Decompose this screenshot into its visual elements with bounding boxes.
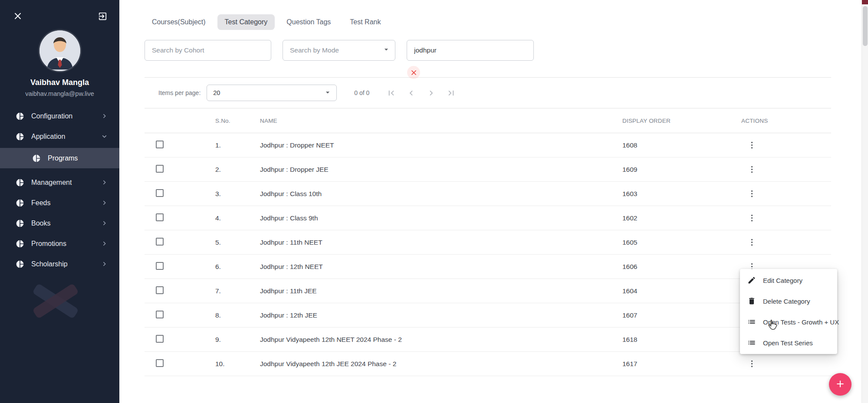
menu-item-open-tests-growth-ux[interactable]: Open Tests - Growth + UX <box>740 311 837 332</box>
chevron-down-icon <box>101 133 108 140</box>
row-display-order: 1604 <box>622 287 741 295</box>
row-checkbox[interactable] <box>156 165 164 173</box>
pie-chart-icon <box>16 199 24 207</box>
row-display-order: 1603 <box>622 190 741 198</box>
table-row: 3. Jodhpur : Class 10th 1603 <box>145 182 831 206</box>
row-name: Jodhpur Vidyapeeth 12th NEET 2024 Phase … <box>260 336 622 344</box>
sidebar-item-programs[interactable]: Programs <box>0 148 119 168</box>
sidebar-item-label: Scholarship <box>31 260 68 268</box>
items-per-page-value: 20 <box>213 89 220 96</box>
row-actions-menu-button[interactable] <box>743 137 760 154</box>
row-sno: 8. <box>212 311 260 319</box>
row-display-order: 1609 <box>622 166 741 174</box>
search-by-mode-select[interactable]: Search by Mode <box>283 40 395 61</box>
search-by-cohort-input[interactable] <box>145 40 271 61</box>
row-checkbox[interactable] <box>156 141 164 148</box>
sidebar-item-scholarship[interactable]: Scholarship <box>0 254 119 274</box>
table-row: 8. Jodhpur : 12th JEE 1607 <box>145 303 831 328</box>
col-header-actions: ACTIONS <box>741 118 831 124</box>
table-card: Items per page: 20 0 of 0 S.No. NAME DIS… <box>145 77 831 376</box>
plus-icon <box>835 378 846 391</box>
table-row: 1. Jodhpur : Dropper NEET 1608 <box>145 133 831 157</box>
row-checkbox[interactable] <box>156 238 164 246</box>
row-checkbox[interactable] <box>156 213 164 221</box>
person-illustration <box>39 30 80 71</box>
sidebar-item-management[interactable]: Management <box>0 172 119 193</box>
menu-item-edit-category[interactable]: Edit Category <box>740 270 837 291</box>
sidebar-menu: Configuration Application Programs Manag… <box>0 106 119 274</box>
clear-search-icon[interactable] <box>407 66 420 79</box>
table-row: 9. Jodhpur Vidyapeeth 12th NEET 2024 Pha… <box>145 328 831 352</box>
row-checkbox[interactable] <box>156 262 164 270</box>
row-checkbox[interactable] <box>156 286 164 294</box>
sidebar-item-configuration[interactable]: Configuration <box>0 106 119 126</box>
col-header-name: NAME <box>260 118 622 124</box>
row-display-order: 1605 <box>622 239 741 246</box>
row-actions-menu-button[interactable] <box>743 161 760 178</box>
pie-chart-icon <box>16 219 24 228</box>
sidebar: Vaibhav Mangla vaibhav.mangla@pw.live Co… <box>0 0 119 403</box>
row-actions-menu-button[interactable] <box>743 355 760 373</box>
row-sno: 10. <box>212 360 260 368</box>
row-actions-menu-button[interactable] <box>743 234 760 251</box>
sidebar-item-books[interactable]: Books <box>0 213 119 233</box>
avatar <box>39 30 80 71</box>
row-sno: 3. <box>212 190 260 198</box>
last-page-icon[interactable] <box>442 84 460 102</box>
pie-chart-icon <box>16 132 24 141</box>
row-checkbox[interactable] <box>156 311 164 318</box>
sidebar-item-label: Configuration <box>31 112 72 120</box>
search-input[interactable] <box>407 40 534 61</box>
row-sno: 7. <box>212 287 260 295</box>
logout-icon[interactable] <box>97 10 108 22</box>
row-sno: 2. <box>212 166 260 174</box>
table-row: 10. Jodhpur Vidyapeeth 12th JEE 2024 Pha… <box>145 352 831 376</box>
tab-test-rank[interactable]: Test Rank <box>342 14 388 30</box>
items-per-page-select[interactable]: 20 <box>207 85 337 101</box>
scrollbar[interactable] <box>861 0 868 403</box>
pie-chart-icon <box>16 112 24 121</box>
row-actions-menu-button[interactable] <box>743 210 760 227</box>
tab-courses-subject[interactable]: Courses(Subject) <box>145 14 213 30</box>
row-actions-menu-button[interactable] <box>743 185 760 203</box>
row-name: Jodhpur : Dropper NEET <box>260 141 622 149</box>
menu-item-delete-category[interactable]: Delete Category <box>740 291 837 311</box>
scrollbar-thumb[interactable] <box>863 6 868 46</box>
close-icon[interactable] <box>12 10 23 22</box>
sidebar-item-label: Books <box>31 220 50 227</box>
row-name: Jodhpur : 12th JEE <box>260 311 622 319</box>
sidebar-item-promotions[interactable]: Promotions <box>0 233 119 254</box>
prev-page-icon[interactable] <box>402 84 420 102</box>
row-checkbox[interactable] <box>156 359 164 367</box>
sidebar-item-feeds[interactable]: Feeds <box>0 193 119 213</box>
watermark-logo <box>29 275 82 328</box>
row-display-order: 1606 <box>622 263 741 271</box>
chevron-right-icon <box>101 260 108 268</box>
add-button[interactable] <box>829 373 852 396</box>
pencil-icon <box>747 276 756 285</box>
chevron-right-icon <box>101 240 108 247</box>
row-name: Jodhpur : Class 10th <box>260 190 622 198</box>
row-display-order: 1607 <box>622 311 741 319</box>
first-page-icon[interactable] <box>382 84 400 102</box>
sidebar-item-label: Management <box>31 179 72 187</box>
row-checkbox[interactable] <box>156 335 164 343</box>
row-checkbox[interactable] <box>156 189 164 197</box>
application-submenu: Programs <box>0 147 119 172</box>
sidebar-item-application[interactable]: Application <box>0 126 119 147</box>
menu-item-open-test-series[interactable]: Open Test Series <box>740 332 837 353</box>
sidebar-item-label: Application <box>31 133 65 141</box>
menu-item-label: Open Test Series <box>763 339 813 347</box>
trash-icon <box>747 297 756 305</box>
pagination-buttons <box>382 84 460 102</box>
tab-question-tags[interactable]: Question Tags <box>279 14 338 30</box>
tab-test-category[interactable]: Test Category <box>217 14 275 30</box>
row-display-order: 1617 <box>622 360 741 368</box>
scrollbar-top-corner <box>862 0 868 4</box>
row-sno: 1. <box>212 141 260 149</box>
table-row: 2. Jodhpur : Dropper JEE 1609 <box>145 157 831 182</box>
next-page-icon[interactable] <box>422 84 440 102</box>
list-icon <box>747 338 756 347</box>
table-header-row: S.No. NAME DISPLAY ORDER ACTIONS <box>145 108 831 133</box>
table-row: 6. Jodhpur : 12th NEET 1606 <box>145 255 831 279</box>
